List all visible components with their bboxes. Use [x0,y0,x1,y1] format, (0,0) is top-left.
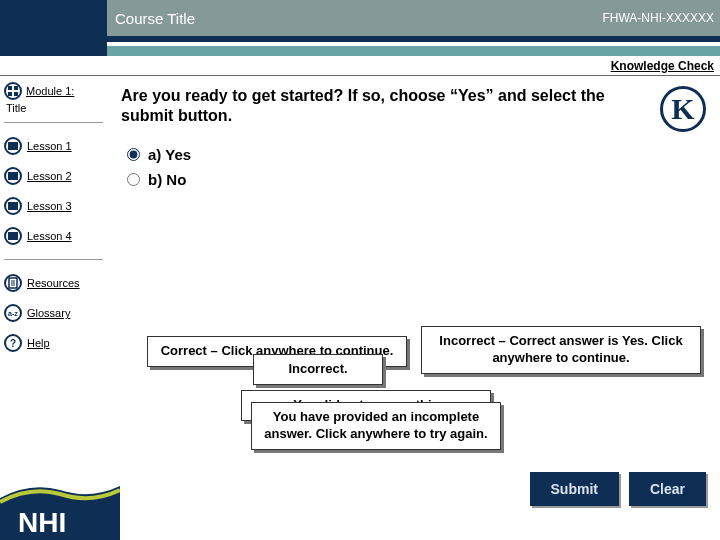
svg-text:?: ? [10,338,16,349]
lesson-label: Lesson 2 [27,170,72,182]
course-code: FHWA-NHI-XXXXXX [602,11,720,25]
answer-list: a) Yes b) No [127,146,706,188]
help-label: Help [27,337,50,349]
lesson-label: Lesson 3 [27,200,72,212]
doc-icon [4,274,22,292]
knowledge-check-label: Knowledge Check [611,59,714,73]
answer-a[interactable]: a) Yes [127,146,706,163]
sidebar: Module 1: Title Lesson 1 Lesson 2 [0,76,107,540]
question-icon: ? [4,334,22,352]
nhi-logo: NHI [0,480,120,540]
sidebar-divider [4,122,103,123]
sidebar-item-glossary[interactable]: a-z Glossary [4,298,103,328]
lesson-label: Lesson 4 [27,230,72,242]
header-bar: Course Title FHWA-NHI-XXXXXX [0,0,720,36]
clear-button[interactable]: Clear [629,472,706,506]
k-icon: K [660,86,706,132]
sidebar-divider [4,259,103,260]
header-logo-block [0,0,107,36]
knowledge-check-bar: Knowledge Check [0,56,720,76]
module-heading: Module 1: [4,82,103,100]
az-icon: a-z [4,304,22,322]
svg-text:NHI: NHI [18,507,66,538]
feedback-incomplete[interactable]: You have provided an incomplete answer. … [251,402,501,450]
sidebar-item-lesson-1[interactable]: Lesson 1 [4,131,103,161]
feedback-incorrect-label[interactable]: Incorrect. [253,354,383,385]
answer-b-radio[interactable] [127,173,140,186]
header-accent [0,46,720,56]
module-title: Title [6,102,103,114]
book-icon [4,227,22,245]
main-content: Are you ready to get started? If so, cho… [107,76,720,540]
answer-b[interactable]: b) No [127,171,706,188]
svg-text:a-z: a-z [8,310,18,317]
book-icon [4,167,22,185]
sidebar-item-lesson-2[interactable]: Lesson 2 [4,161,103,191]
sidebar-item-help[interactable]: ? Help [4,328,103,358]
question-text: Are you ready to get started? If so, cho… [121,86,650,126]
submit-button[interactable]: Submit [530,472,619,506]
book-icon [4,137,22,155]
grid-icon [4,82,22,100]
feedback-incorrect-answer[interactable]: Incorrect – Correct answer is Yes. Click… [421,326,701,374]
answer-a-label: a) Yes [148,146,191,163]
svg-rect-2 [8,92,12,96]
course-title: Course Title [107,10,602,27]
answer-a-radio[interactable] [127,148,140,161]
svg-rect-3 [14,92,18,96]
answer-b-label: b) No [148,171,186,188]
svg-rect-1 [14,86,18,90]
book-icon [4,197,22,215]
sidebar-item-lesson-3[interactable]: Lesson 3 [4,191,103,221]
sidebar-item-lesson-4[interactable]: Lesson 4 [4,221,103,251]
resources-label: Resources [27,277,80,289]
lesson-label: Lesson 1 [27,140,72,152]
svg-rect-0 [8,86,12,90]
sidebar-item-resources[interactable]: Resources [4,268,103,298]
glossary-label: Glossary [27,307,70,319]
module-label[interactable]: Module 1: [26,85,74,97]
